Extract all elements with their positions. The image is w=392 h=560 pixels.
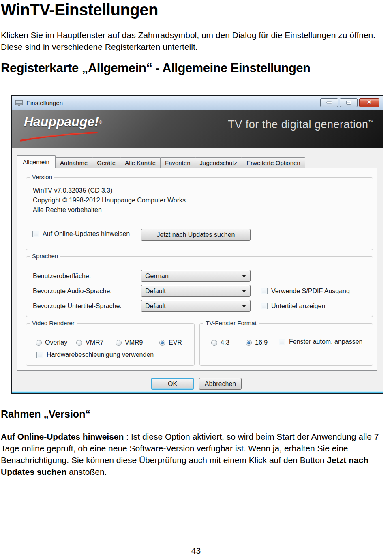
version-group: Version WinTV v7.0.32035 (CD 3.3) Copyri… bbox=[26, 177, 373, 250]
subtitle-language-dropdown[interactable]: Default bbox=[141, 300, 251, 312]
tab-favoriten[interactable]: Favoriten bbox=[160, 157, 195, 168]
hardware-acceleration-checkbox[interactable]: Hardwarebeschleunigung verwenden bbox=[36, 351, 154, 358]
version-info: WinTV v7.0.32035 (CD 3.3) Copyright © 19… bbox=[33, 186, 186, 215]
window-tv-icon bbox=[15, 100, 23, 106]
brand-tagline: TV for the digital generation™ bbox=[228, 118, 374, 131]
checkbox-icon[interactable] bbox=[261, 288, 268, 294]
version-line: WinTV v7.0.32035 (CD 3.3) bbox=[33, 186, 186, 195]
cancel-button[interactable]: Abbrechen bbox=[199, 378, 242, 390]
tab-erweiterte-optionen[interactable]: Erweiterte Optionen bbox=[242, 157, 305, 168]
spdif-checkbox[interactable]: Verwende S/PDIF Ausgang bbox=[261, 288, 350, 295]
audio-language-label: Bevorzugte Audio-Sprache: bbox=[33, 285, 112, 297]
tab-strip: Allgemein Aufnahme Geräte Alle Kanäle Fa… bbox=[17, 155, 305, 168]
dialog-client-area: Allgemein Aufnahme Geräte Alle Kanäle Fa… bbox=[12, 148, 383, 393]
registered-mark: ® bbox=[99, 120, 102, 124]
checkbox-icon[interactable] bbox=[279, 339, 285, 345]
maximize-button[interactable] bbox=[340, 98, 358, 107]
radio-icon[interactable] bbox=[116, 340, 122, 346]
section-heading: Registerkarte „Allgemein“ - Allgemeine E… bbox=[1, 61, 392, 75]
notes-paragraph: Auf Online-Updates hinweisen : Ist diese… bbox=[1, 431, 392, 478]
audio-language-dropdown[interactable]: Default bbox=[141, 285, 251, 297]
tv-format-group: TV-Fenster Format 4:3 16:9 Fenster autom… bbox=[199, 323, 373, 366]
hauppauge-logo: Hauppauge!® bbox=[24, 114, 102, 129]
tab-allgemein[interactable]: Allgemein bbox=[17, 155, 56, 168]
tab-alle-kanaele[interactable]: Alle Kanäle bbox=[120, 157, 161, 168]
page-number: 43 bbox=[0, 546, 392, 556]
settings-dialog: Einstellungen ✕ Hauppauge!® TV for the d… bbox=[11, 95, 383, 394]
dropdown-arrow-icon[interactable] bbox=[242, 290, 246, 292]
radio-selected-icon[interactable] bbox=[159, 340, 165, 346]
radio-16-9[interactable]: 16:9 bbox=[246, 339, 268, 346]
radio-icon[interactable] bbox=[211, 340, 217, 346]
dropdown-arrow-icon[interactable] bbox=[242, 275, 246, 277]
dropdown-arrow-icon[interactable] bbox=[242, 305, 246, 307]
video-renderer-group-title: Video Renderer bbox=[30, 320, 77, 326]
brand-banner: Hauppauge!® TV for the digital generatio… bbox=[12, 110, 383, 148]
page-title: WinTV-Einstellungen bbox=[1, 1, 392, 19]
online-updates-checkbox[interactable]: Auf Online-Updates hinweisen bbox=[32, 230, 130, 238]
window-frame-bottom bbox=[12, 391, 383, 393]
tab-geraete[interactable]: Geräte bbox=[92, 157, 120, 168]
tab-aufnahme[interactable]: Aufnahme bbox=[55, 157, 92, 168]
hauppauge-swoosh-icon bbox=[18, 130, 100, 142]
ui-language-label: Benutzeroberfläche: bbox=[33, 270, 91, 282]
subtitle-language-label: Bevorzugte Untertitel-Sprache: bbox=[33, 300, 122, 312]
notes-bold-option: Auf Online-Updates hinweisen bbox=[1, 432, 124, 441]
ui-language-dropdown[interactable]: German bbox=[141, 270, 251, 282]
maximize-icon bbox=[346, 101, 351, 105]
radio-selected-icon[interactable] bbox=[246, 340, 252, 346]
minimize-icon bbox=[326, 102, 332, 104]
tv-format-group-title: TV-Fenster Format bbox=[203, 320, 259, 326]
languages-group-title: Sprachen bbox=[30, 253, 60, 260]
checkbox-icon[interactable] bbox=[32, 231, 39, 237]
tab-page-allgemein: Version WinTV v7.0.32035 (CD 3.3) Copyri… bbox=[17, 168, 377, 371]
radio-4-3[interactable]: 4:3 bbox=[211, 339, 229, 346]
radio-evr[interactable]: EVR bbox=[159, 339, 182, 346]
video-renderer-group: Video Renderer Overlay VMR7 VMR9 EVR bbox=[26, 323, 195, 366]
radio-icon[interactable] bbox=[36, 340, 42, 346]
radio-vmr7[interactable]: VMR7 bbox=[76, 339, 103, 346]
checkbox-icon[interactable] bbox=[36, 352, 43, 358]
radio-icon[interactable] bbox=[76, 340, 82, 346]
copyright-line: Copyright © 1998-2012 Hauppauge Computer… bbox=[33, 195, 186, 205]
show-subtitles-checkbox[interactable]: Untertitel anzeigen bbox=[261, 303, 325, 310]
hauppauge-logo-text: Hauppauge! bbox=[24, 114, 99, 129]
languages-group: Sprachen Benutzeroberfläche: German Bevo… bbox=[26, 256, 373, 317]
check-updates-button[interactable]: Jetzt nach Updates suchen bbox=[141, 229, 251, 241]
dialog-titlebar[interactable]: Einstellungen ✕ bbox=[12, 96, 383, 110]
close-icon: ✕ bbox=[367, 99, 372, 106]
tab-jugendschutz[interactable]: Jugendschutz bbox=[195, 157, 242, 168]
checkbox-icon[interactable] bbox=[261, 303, 268, 309]
radio-overlay[interactable]: Overlay bbox=[36, 339, 67, 346]
dialog-title: Einstellungen bbox=[26, 99, 63, 106]
notes-text-2: anstoßen. bbox=[66, 467, 107, 476]
ok-button[interactable]: OK bbox=[151, 378, 194, 390]
minimize-button[interactable] bbox=[320, 98, 338, 107]
close-button[interactable]: ✕ bbox=[359, 98, 379, 107]
version-group-title: Version bbox=[30, 174, 54, 180]
window-controls: ✕ bbox=[320, 98, 379, 107]
notes-heading: Rahmen „Version“ bbox=[1, 408, 392, 420]
auto-resize-checkbox[interactable]: Fenster autom. anpassen bbox=[279, 338, 362, 345]
intro-paragraph: Klicken Sie im Hauptfenster auf das Zahn… bbox=[1, 29, 379, 53]
rights-line: Alle Rechte vorbehalten bbox=[33, 205, 186, 215]
radio-vmr9[interactable]: VMR9 bbox=[116, 339, 143, 346]
